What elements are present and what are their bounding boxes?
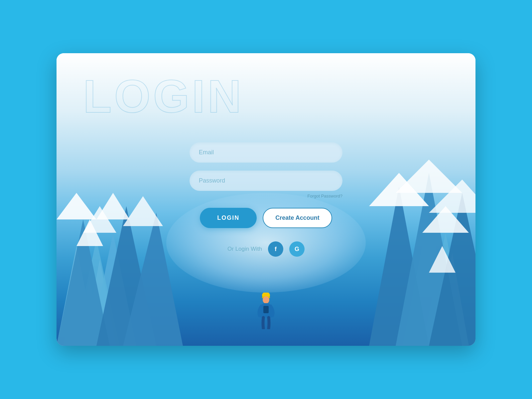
social-login-label: Or Login With (227, 246, 262, 252)
svg-point-28 (263, 296, 269, 304)
password-input[interactable] (190, 171, 342, 191)
email-input[interactable] (190, 142, 342, 163)
create-account-button[interactable]: Create Account (263, 208, 332, 228)
facebook-login-button[interactable]: f (268, 241, 283, 257)
svg-rect-29 (263, 306, 269, 313)
login-watermark: LOGIN (83, 73, 244, 120)
svg-marker-11 (57, 193, 96, 219)
login-card: LOGIN Forgot Password? LOGIN Create Acco… (57, 53, 475, 346)
social-login-row: Or Login With f G (227, 241, 305, 257)
trees-right (369, 113, 475, 346)
google-login-button[interactable]: G (289, 241, 305, 257)
trees-left (57, 153, 183, 346)
person-silhouette (256, 293, 276, 329)
forgot-password-row: Forgot Password? (190, 194, 342, 199)
login-form: Forgot Password? LOGIN Create Account Or… (190, 142, 342, 257)
svg-marker-13 (123, 196, 163, 226)
action-buttons-row: LOGIN Create Account (190, 208, 342, 228)
svg-marker-24 (396, 160, 462, 193)
svg-marker-12 (96, 193, 130, 219)
login-button[interactable]: LOGIN (200, 208, 257, 228)
forgot-password-link[interactable]: Forgot Password? (308, 194, 343, 199)
